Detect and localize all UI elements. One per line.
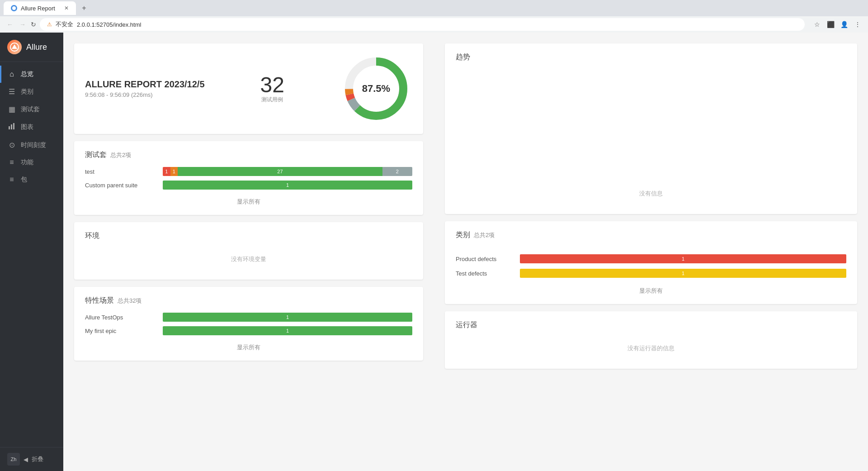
sidebar-item-packages[interactable]: ≡ 包: [0, 171, 63, 188]
home-icon: ⌂: [7, 70, 16, 78]
feature-bar-firstepic: 1: [163, 326, 412, 335]
graphs-icon: [7, 123, 16, 132]
security-label: 不安全: [56, 20, 73, 29]
environment-section: 环境 没有环境变量: [74, 222, 423, 280]
logo-text: Allure: [26, 43, 47, 52]
bar-green: 1: [163, 326, 412, 335]
environment-title: 环境: [85, 231, 99, 241]
extensions-button[interactable]: ⬛: [826, 19, 835, 29]
sidebar-item-categories[interactable]: ☰ 类别: [0, 83, 63, 100]
app-layout: Allure ⌂ 总览 ☰ 类别 ▦ 测试套: [0, 33, 868, 471]
main-content: ALLURE REPORT 2023/12/5 9:56:08 - 9:56:0…: [63, 33, 868, 471]
sidebar-item-label: 时间刻度: [21, 141, 46, 149]
report-stats: 32 测试用例: [260, 74, 284, 104]
report-header: ALLURE REPORT 2023/12/5 9:56:08 - 9:56:0…: [74, 43, 423, 134]
back-button[interactable]: ←: [5, 20, 14, 29]
runner-section: 运行器 没有运行器的信息: [445, 311, 857, 369]
donut-chart: 87.5%: [340, 52, 412, 125]
sidebar-logo: Allure: [0, 33, 63, 62]
category-row-product[interactable]: Product defects 1: [456, 254, 846, 263]
features-show-all[interactable]: 显示所有: [85, 340, 412, 352]
suites-show-all[interactable]: 显示所有: [85, 194, 412, 206]
sidebar-item-graphs[interactable]: 图表: [0, 118, 63, 136]
test-label: 测试用例: [261, 96, 283, 104]
suites-header: 测试套 总共2项: [85, 150, 412, 160]
svg-rect-4: [11, 124, 12, 129]
test-count: 32: [260, 74, 284, 96]
sidebar-item-label: 包: [21, 176, 27, 184]
category-label-product: Product defects: [456, 256, 514, 262]
reload-button[interactable]: ↻: [31, 21, 36, 28]
category-label-test: Test defects: [456, 270, 514, 277]
active-tab[interactable]: Allure Report ✕: [4, 1, 76, 15]
report-title: ALLURE REPORT 2023/12/5: [85, 79, 205, 90]
packages-icon: ≡: [7, 176, 16, 184]
suite-bar-test: 1 1 27 2: [163, 167, 412, 176]
features-count: 总共32项: [118, 297, 142, 305]
sidebar-item-features[interactable]: ≡ 功能: [0, 154, 63, 171]
new-tab-button[interactable]: +: [78, 2, 90, 14]
feature-bar-testops: 1: [163, 313, 412, 322]
svg-marker-2: [12, 44, 17, 49]
feature-row-firstepic[interactable]: My first epic 1: [85, 326, 412, 335]
address-text: 2.0.0.1:52705/index.html: [77, 21, 141, 28]
tab-title: Allure Report: [21, 5, 55, 12]
right-panel: 趋势 没有信息 类别 总共2项 Product defects 1: [434, 33, 868, 471]
bookmark-button[interactable]: ☆: [812, 19, 822, 29]
sidebar-item-label: 类别: [21, 88, 33, 96]
sidebar-item-suites[interactable]: ▦ 测试套: [0, 100, 63, 118]
trend-empty: 没有信息: [456, 69, 846, 205]
sidebar-item-label: 功能: [21, 158, 33, 167]
browser-actions: ☆ ⬛ 👤 ⋮: [812, 19, 863, 29]
profile-button[interactable]: 👤: [839, 19, 849, 29]
bar-value-product: 1: [520, 254, 846, 263]
sidebar-item-timeline[interactable]: ⊙ 时间刻度: [0, 136, 63, 154]
bar-green: 1: [163, 313, 412, 322]
bar-red: 1: [163, 167, 170, 176]
category-bar-product: 1: [520, 254, 846, 263]
sidebar: Allure ⌂ 总览 ☰ 类别 ▦ 测试套: [0, 33, 63, 471]
suites-section: 测试套 总共2项 test 1 1 27 2 Custom parent sui…: [74, 141, 423, 215]
address-bar[interactable]: ⚠ 不安全 2.0.0.1:52705/index.html: [40, 18, 805, 31]
categories-count: 总共2项: [474, 231, 495, 239]
bar-gray: 2: [382, 167, 412, 176]
category-bar-test: 1: [520, 269, 846, 278]
browser-controls: ← → ↻ ⚠ 不安全 2.0.0.1:52705/index.html ☆ ⬛…: [0, 16, 868, 33]
categories-show-all[interactable]: 显示所有: [456, 283, 846, 295]
timeline-icon: ⊙: [7, 141, 16, 149]
report-info: ALLURE REPORT 2023/12/5 9:56:08 - 9:56:0…: [85, 79, 205, 98]
report-time: 9:56:08 - 9:56:09 (226ms): [85, 91, 205, 98]
suite-row-test[interactable]: test 1 1 27 2: [85, 167, 412, 176]
tab-favicon: [11, 5, 17, 11]
runner-title: 运行器: [456, 320, 846, 330]
sidebar-collapse-button[interactable]: Zh ◀ 折叠: [0, 447, 63, 471]
tab-close-button[interactable]: ✕: [64, 5, 69, 11]
environment-empty: 没有环境变量: [85, 248, 412, 271]
features-icon: ≡: [7, 158, 16, 167]
sidebar-item-overview[interactable]: ⌂ 总览: [0, 66, 63, 83]
menu-button[interactable]: ⋮: [853, 19, 863, 29]
collapse-label: ◀: [24, 456, 28, 463]
categories-title: 类别: [456, 230, 470, 240]
feature-row-testops[interactable]: Allure TestOps 1: [85, 313, 412, 322]
suites-count: 总共2项: [110, 151, 131, 159]
category-row-test[interactable]: Test defects 1: [456, 269, 846, 278]
categories-header: 类别 总共2项: [456, 230, 846, 247]
forward-button[interactable]: →: [18, 20, 27, 29]
sidebar-item-label: 测试套: [21, 105, 40, 114]
logo-icon: [7, 40, 22, 54]
svg-rect-5: [13, 123, 14, 129]
features-title: 特性场景: [85, 296, 114, 305]
sidebar-nav: ⌂ 总览 ☰ 类别 ▦ 测试套 图表: [0, 62, 63, 447]
suite-row-custom[interactable]: Custom parent suite 1: [85, 181, 412, 190]
environment-header: 环境: [85, 231, 412, 241]
suites-title: 测试套: [85, 150, 107, 160]
bar-green: 27: [178, 167, 382, 176]
suites-icon: ▦: [7, 105, 16, 114]
runner-empty: 没有运行器的信息: [456, 337, 846, 360]
feature-label-testops: Allure TestOps: [85, 314, 157, 321]
feature-label-firstepic: My first epic: [85, 328, 157, 334]
categories-icon: ☰: [7, 87, 16, 96]
features-section: 特性场景 总共32项 Allure TestOps 1 My first epi…: [74, 287, 423, 361]
sidebar-item-label: 图表: [21, 123, 33, 131]
